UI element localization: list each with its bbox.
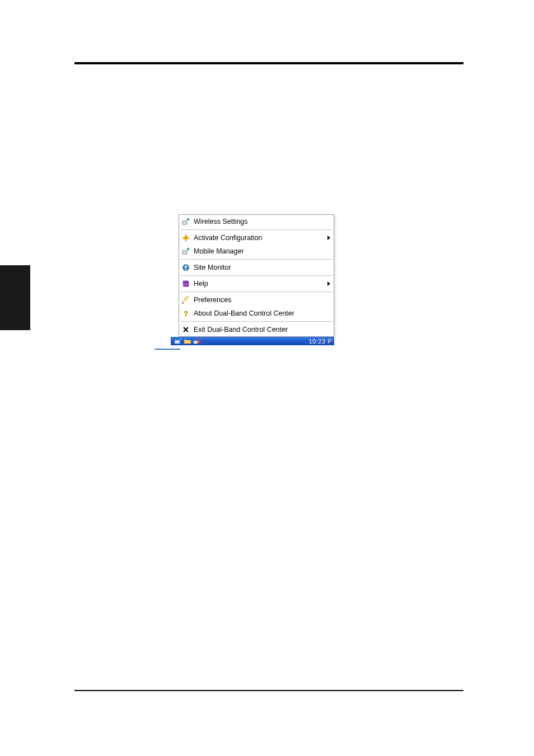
menu-item-label: Preferences	[194, 296, 330, 304]
menu-separator	[180, 321, 332, 322]
header-rule	[74, 62, 463, 64]
svg-rect-14	[180, 339, 181, 340]
menu-item-label: Site Monitor	[194, 264, 330, 271]
activate-config-icon	[181, 233, 190, 242]
menu-separator	[180, 275, 332, 276]
svg-rect-13	[175, 340, 180, 344]
site-monitor-icon	[181, 263, 190, 272]
menu-item-about[interactable]: ? About Dual-Band Control Center	[179, 307, 334, 320]
context-menu: Wireless Settings Activate Configuration	[179, 214, 334, 337]
tray-folder-icon[interactable]	[184, 338, 191, 345]
submenu-arrow-icon	[327, 236, 330, 240]
svg-rect-0	[182, 221, 187, 224]
menu-separator	[180, 229, 332, 230]
svg-rect-4	[182, 251, 187, 254]
wireless-settings-icon	[181, 217, 190, 226]
taskbar: 10:23 P	[171, 337, 334, 345]
help-book-icon	[181, 279, 190, 288]
about-question-icon: ?	[181, 309, 190, 318]
menu-item-exit[interactable]: Exit Dual-Band Control Center	[179, 323, 334, 336]
mobile-manager-icon	[181, 247, 190, 256]
svg-point-6	[183, 265, 189, 271]
footer-rule	[74, 690, 463, 691]
preferences-pencil-icon	[181, 295, 190, 304]
menu-item-label: Wireless Settings	[194, 218, 330, 226]
menu-item-label: About Dual-Band Control Center	[194, 309, 330, 317]
svg-text:?: ?	[184, 309, 188, 318]
svg-rect-15	[194, 341, 198, 344]
menu-item-label: Help	[194, 280, 324, 288]
tray-network-card-icon[interactable]	[174, 338, 182, 345]
menu-separator	[180, 292, 332, 292]
menu-item-label: Exit Dual-Band Control Center	[194, 326, 330, 334]
menu-item-wireless-settings[interactable]: Wireless Settings	[179, 215, 334, 228]
tray-wireless-disconnected-icon[interactable]	[193, 338, 201, 345]
document-page: Wireless Settings Activate Configuration	[0, 0, 534, 756]
menu-item-label: Activate Configuration	[194, 234, 324, 242]
svg-rect-8	[184, 296, 188, 300]
menu-item-preferences[interactable]: Preferences	[179, 293, 334, 307]
callout-pointer-line	[154, 349, 180, 350]
submenu-arrow-icon	[327, 281, 330, 286]
menu-item-help[interactable]: Help	[179, 277, 334, 290]
system-tray	[174, 338, 201, 345]
section-side-tab	[0, 265, 30, 330]
screenshot-figure: Wireless Settings Activate Configuration	[155, 214, 334, 354]
svg-point-3	[185, 237, 187, 239]
taskbar-clock: 10:23 P	[309, 338, 332, 345]
menu-item-site-monitor[interactable]: Site Monitor	[179, 261, 334, 274]
menu-item-label: Mobile Manager	[194, 247, 330, 255]
menu-item-mobile-manager[interactable]: Mobile Manager	[179, 245, 334, 258]
menu-separator	[180, 259, 332, 260]
exit-x-icon	[181, 325, 190, 334]
menu-item-activate-configuration[interactable]: Activate Configuration	[179, 231, 334, 245]
